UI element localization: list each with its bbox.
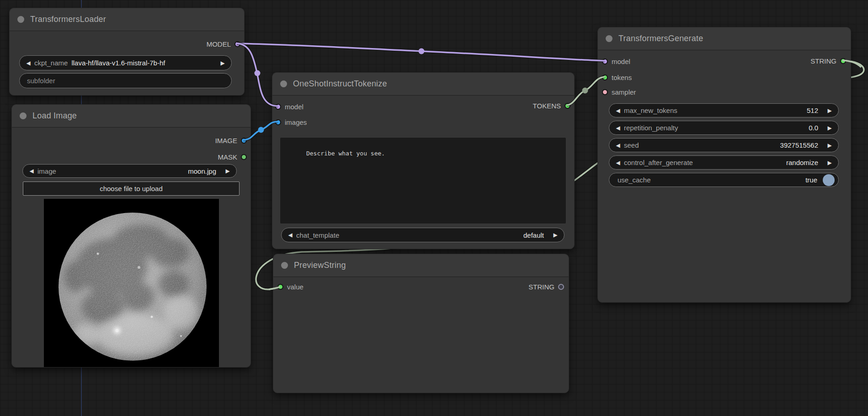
input-port-model[interactable] bbox=[275, 104, 281, 110]
graph-canvas[interactable]: TransformersLoader MODEL ◀ ckpt_name lla… bbox=[0, 0, 868, 416]
output-port-model[interactable] bbox=[234, 41, 240, 47]
use-cache-widget[interactable]: use_cache true bbox=[609, 173, 839, 187]
image-preview-moon bbox=[44, 199, 219, 367]
input-slot-value: value bbox=[277, 282, 304, 291]
node-titlebar[interactable]: TransformersGenerate bbox=[598, 27, 851, 50]
node-load-image[interactable]: Load Image IMAGE MASK ◀ image moon.jpg ▶… bbox=[11, 104, 251, 368]
subfolder-field[interactable]: subfolder bbox=[19, 73, 232, 88]
output-port-image[interactable] bbox=[241, 138, 247, 144]
widget-label: use_cache bbox=[618, 176, 651, 184]
widget-label: max_new_tokens bbox=[624, 107, 677, 114]
node-preview-string[interactable]: PreviewString value STRING bbox=[273, 254, 569, 393]
output-slot-tokens: TOKENS bbox=[533, 101, 570, 110]
output-slot-mask: MASK bbox=[218, 152, 247, 161]
control-after-generate-widget[interactable]: ◀ control_after_generate randomize ▶ bbox=[609, 155, 839, 170]
link-midpoint-dot bbox=[582, 88, 588, 94]
output-port-tokens[interactable] bbox=[564, 103, 570, 109]
node-title: OneShotInstructTokenize bbox=[293, 79, 387, 89]
widget-value: 512 bbox=[807, 107, 818, 114]
node-title: TransformersLoader bbox=[30, 15, 106, 24]
ckpt-name-widget[interactable]: ◀ ckpt_name llava-hf/llava-v1.6-mistral-… bbox=[19, 55, 232, 70]
input-slot-images: images bbox=[275, 117, 307, 127]
decrement-arrow-icon[interactable]: ◀ bbox=[614, 107, 622, 114]
node-transformers-loader[interactable]: TransformersLoader MODEL ◀ ckpt_name lla… bbox=[9, 8, 245, 96]
wire-model-to-generate-shadow bbox=[237, 43, 605, 61]
decrement-arrow-icon[interactable]: ◀ bbox=[27, 168, 36, 174]
widget-label: control_after_generate bbox=[624, 159, 693, 166]
widget-value: 3927515562 bbox=[780, 141, 818, 149]
widget-value: 0.0 bbox=[809, 124, 818, 132]
widget-value: true bbox=[805, 176, 817, 184]
output-slot-model: MODEL bbox=[207, 39, 240, 48]
decrement-arrow-icon[interactable]: ◀ bbox=[614, 160, 622, 166]
widget-label: ckpt_name bbox=[34, 59, 68, 67]
widget-label: image bbox=[37, 167, 56, 175]
output-slot-string: STRING bbox=[528, 282, 564, 291]
output-port-mask[interactable] bbox=[241, 154, 247, 160]
boolean-toggle-icon[interactable] bbox=[823, 174, 835, 186]
input-slot-sampler: sampler bbox=[602, 87, 636, 96]
widget-value: randomize bbox=[786, 159, 818, 166]
collapse-dot-icon[interactable] bbox=[606, 35, 612, 42]
increment-arrow-icon[interactable]: ▶ bbox=[224, 168, 232, 174]
widget-value: llava-hf/llava-v1.6-mistral-7b-hf bbox=[71, 59, 165, 67]
output-port-string[interactable] bbox=[558, 284, 564, 290]
subfolder-placeholder: subfolder bbox=[27, 77, 55, 85]
chat-template-widget[interactable]: ◀ chat_template default ▶ bbox=[281, 228, 564, 242]
output-slot-string: STRING bbox=[810, 56, 846, 65]
input-slot-model: model bbox=[275, 102, 304, 111]
increment-arrow-icon[interactable]: ▶ bbox=[825, 142, 834, 149]
choose-file-button[interactable]: choose file to upload bbox=[23, 181, 240, 196]
node-titlebar[interactable]: Load Image bbox=[12, 105, 250, 128]
decrement-arrow-icon[interactable]: ◀ bbox=[614, 142, 622, 149]
wire-model-to-generate bbox=[237, 43, 605, 61]
collapse-dot-icon[interactable] bbox=[20, 112, 27, 119]
node-titlebar[interactable]: TransformersLoader bbox=[10, 8, 244, 31]
prompt-textarea[interactable]: Describe what you see. bbox=[280, 137, 566, 224]
link-midpoint-dot bbox=[419, 48, 425, 54]
output-slot-image: IMAGE bbox=[215, 136, 247, 145]
widget-value: default bbox=[523, 231, 544, 239]
widget-label: chat_template bbox=[296, 231, 339, 239]
widget-label: repetition_penalty bbox=[624, 124, 678, 132]
node-transformers-generate[interactable]: TransformersGenerate model tokens sample… bbox=[597, 27, 851, 303]
collapse-dot-icon[interactable] bbox=[17, 16, 24, 23]
node-titlebar[interactable]: OneShotInstructTokenize bbox=[272, 73, 574, 96]
decrement-arrow-icon[interactable]: ◀ bbox=[614, 125, 622, 131]
seed-widget[interactable]: ◀ seed 3927515562 ▶ bbox=[609, 138, 839, 152]
output-port-string[interactable] bbox=[840, 58, 846, 64]
node-title: PreviewString bbox=[294, 261, 346, 270]
max-new-tokens-widget[interactable]: ◀ max_new_tokens 512 ▶ bbox=[609, 103, 839, 117]
moon-image bbox=[44, 199, 219, 367]
node-titlebar[interactable]: PreviewString bbox=[273, 254, 569, 277]
increment-arrow-icon[interactable]: ▶ bbox=[825, 107, 834, 114]
input-port-model[interactable] bbox=[602, 59, 608, 64]
repetition-penalty-widget[interactable]: ◀ repetition_penalty 0.0 ▶ bbox=[609, 121, 839, 135]
increment-arrow-icon[interactable]: ▶ bbox=[218, 60, 227, 66]
input-port-images[interactable] bbox=[275, 119, 281, 125]
link-midpoint-dot bbox=[255, 70, 261, 76]
decrement-arrow-icon[interactable]: ◀ bbox=[286, 232, 294, 238]
input-port-tokens[interactable] bbox=[602, 75, 608, 80]
increment-arrow-icon[interactable]: ▶ bbox=[551, 232, 559, 238]
input-port-value[interactable] bbox=[277, 284, 283, 290]
input-slot-tokens: tokens bbox=[602, 73, 632, 82]
increment-arrow-icon[interactable]: ▶ bbox=[825, 125, 834, 131]
node-title: TransformersGenerate bbox=[618, 34, 703, 43]
node-oneshot-instruct-tokenize[interactable]: OneShotInstructTokenize model images TOK… bbox=[272, 72, 575, 249]
collapse-dot-icon[interactable] bbox=[280, 80, 287, 87]
decrement-arrow-icon[interactable]: ◀ bbox=[24, 60, 32, 66]
node-title: Load Image bbox=[32, 111, 77, 121]
collapse-dot-icon[interactable] bbox=[281, 262, 288, 269]
image-select-widget[interactable]: ◀ image moon.jpg ▶ bbox=[22, 164, 237, 178]
input-port-sampler[interactable] bbox=[602, 89, 608, 95]
input-slot-model: model bbox=[602, 57, 630, 66]
link-midpoint-dot bbox=[258, 127, 264, 133]
widget-value: moon.jpg bbox=[188, 167, 216, 175]
widget-label: seed bbox=[624, 141, 639, 149]
increment-arrow-icon[interactable]: ▶ bbox=[825, 160, 834, 166]
